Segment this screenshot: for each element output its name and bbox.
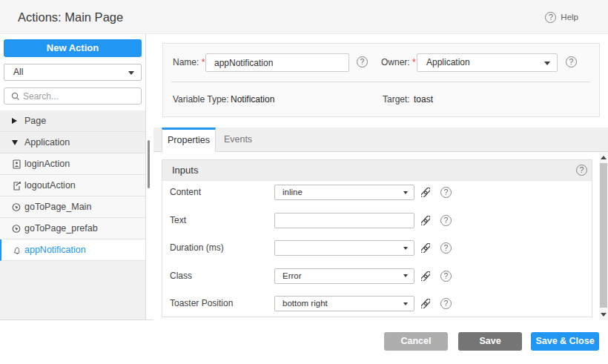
bind-link-icon[interactable] <box>421 243 430 253</box>
input-row-text: Text ? <box>162 213 592 228</box>
inputs-section-header: Inputs ? <box>162 160 592 181</box>
inputs-title: Inputs <box>172 160 198 181</box>
name-help-icon[interactable]: ? <box>357 56 368 67</box>
search-box <box>4 87 142 105</box>
tab-properties[interactable]: Properties <box>162 128 216 152</box>
owner-help-icon[interactable]: ? <box>566 56 577 67</box>
toaster-position-dropdown[interactable]: bottom right <box>274 296 414 311</box>
help-button[interactable]: ? Help <box>545 0 578 34</box>
scroll-down-icon[interactable] <box>601 313 607 317</box>
name-owner-row: Name: * ? Owner: * Application ? <box>163 53 599 72</box>
footer-buttons: Cancel Save Save & Close <box>384 332 599 351</box>
help-label: Help <box>561 13 578 21</box>
tree-group-application[interactable]: Application <box>0 132 145 153</box>
owner-value: Application <box>426 54 470 71</box>
save-button[interactable]: Save <box>458 332 522 351</box>
tree-group-page[interactable]: Page <box>0 110 145 132</box>
goto-page-icon <box>12 202 22 212</box>
tree-group-label: Application <box>24 132 70 153</box>
field-help-icon[interactable]: ? <box>440 298 452 309</box>
sidebar-scrollbar-thumb[interactable] <box>148 140 150 188</box>
chevron-down-icon <box>403 191 408 194</box>
search-icon <box>11 92 20 101</box>
toaster-position-value: bottom right <box>282 297 328 311</box>
goto-page-icon <box>12 224 22 234</box>
required-marker: * <box>412 57 416 67</box>
actions-dialog: Actions: Main Page ? Help New Action All <box>0 0 608 364</box>
tree-item-loginAction[interactable]: loginAction <box>0 153 145 175</box>
text-input-wrap <box>274 213 414 228</box>
name-label: Name: * <box>173 53 205 72</box>
variable-type-value: Notification <box>231 92 274 107</box>
inputs-help-icon[interactable]: ? <box>576 165 587 176</box>
owner-dropdown[interactable]: Application <box>417 53 558 72</box>
bind-link-icon[interactable] <box>421 188 430 197</box>
actions-tree: Page Application loginAction <box>0 110 145 320</box>
tree-item-goToPage_Main[interactable]: goToPage_Main <box>0 196 145 218</box>
field-label: Content <box>170 185 201 200</box>
tree-item-label: appNotification <box>24 239 86 260</box>
class-dropdown[interactable]: Error <box>274 268 414 284</box>
tree-item-label: goToPage_Main <box>24 196 91 217</box>
name-input[interactable] <box>205 53 349 72</box>
type-target-row: Variable Type: Notification Target: toas… <box>163 92 599 107</box>
inputs-panel: Inputs ? Content inline ? T <box>162 159 592 317</box>
dialog-footer: Cancel Save Save & Close <box>0 320 608 364</box>
help-icon: ? <box>545 12 556 23</box>
bind-link-icon[interactable] <box>421 271 430 281</box>
new-action-button[interactable]: New Action <box>4 39 142 57</box>
bind-link-icon[interactable] <box>421 216 430 225</box>
dialog-header: Actions: Main Page ? Help <box>0 0 608 34</box>
field-label: Duration (ms) <box>170 240 224 256</box>
input-row-class: Class Error ? <box>162 268 592 284</box>
save-and-close-button[interactable]: Save & Close <box>531 332 599 351</box>
input-row-content: Content inline ? <box>162 185 592 200</box>
target-label: Target: <box>383 92 410 107</box>
scrollbar-thumb[interactable] <box>600 163 607 308</box>
owner-label: Owner: * <box>381 53 416 72</box>
tree-group-label: Page <box>24 110 46 131</box>
variable-summary-box: Name: * ? Owner: * Application ? Variabl… <box>162 43 600 117</box>
chevron-down-icon <box>544 62 550 65</box>
chevron-down-icon <box>403 247 408 250</box>
expanded-arrow-icon <box>12 140 18 145</box>
field-help-icon[interactable]: ? <box>440 242 452 254</box>
required-marker: * <box>202 57 205 67</box>
field-label: Class <box>170 268 192 284</box>
bind-link-icon[interactable] <box>421 299 430 308</box>
search-input[interactable] <box>23 88 138 104</box>
login-icon <box>12 159 22 169</box>
filter-dropdown[interactable]: All <box>4 64 142 81</box>
notification-icon <box>12 245 22 255</box>
field-label: Text <box>170 213 186 228</box>
class-value: Error <box>282 269 302 283</box>
input-row-duration: Duration (ms) ? <box>162 240 592 256</box>
scroll-up-icon[interactable] <box>601 156 607 159</box>
sidebar-scrollbar <box>146 34 153 320</box>
field-label: Toaster Position <box>170 296 233 311</box>
duration-dropdown[interactable] <box>274 240 414 256</box>
tree-item-label: goToPage_prefab <box>24 218 98 239</box>
tree-item-goToPage_prefab[interactable]: goToPage_prefab <box>0 218 145 239</box>
divider <box>171 82 590 82</box>
tab-events[interactable]: Events <box>216 128 260 151</box>
logout-icon <box>12 181 22 191</box>
variable-type-label: Variable Type: <box>173 92 229 107</box>
content-dropdown[interactable]: inline <box>274 185 414 200</box>
tree-item-label: loginAction <box>24 153 70 174</box>
field-help-icon[interactable]: ? <box>440 187 452 198</box>
sidebar: New Action All Page Applica <box>0 34 146 320</box>
chevron-down-icon <box>403 274 408 277</box>
chevron-down-icon <box>403 302 408 305</box>
text-input[interactable] <box>275 214 414 228</box>
tree-item-label: logoutAction <box>24 175 76 196</box>
field-help-icon[interactable]: ? <box>440 271 452 282</box>
tree-item-appNotification[interactable]: appNotification <box>0 239 145 261</box>
properties-scrollbar <box>599 152 608 320</box>
filter-value: All <box>13 64 23 80</box>
field-help-icon[interactable]: ? <box>440 215 452 226</box>
cancel-button[interactable]: Cancel <box>384 332 448 351</box>
chevron-down-icon <box>128 71 134 75</box>
tree-item-logoutAction[interactable]: logoutAction <box>0 175 145 196</box>
main-panel: Name: * ? Owner: * Application ? Variabl… <box>153 34 608 320</box>
